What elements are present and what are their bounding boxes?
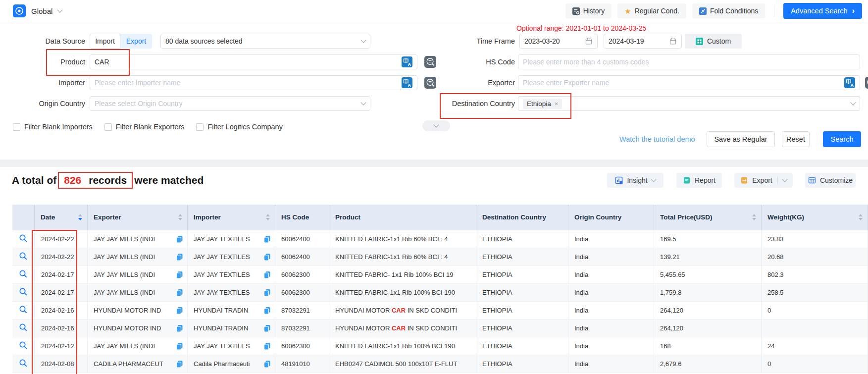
table-row[interactable]: 2024-02-08 CADILA PHARMACEUT Cadila Phar…: [12, 355, 868, 373]
cell-product: KNITTED FABRIC- 1x1 Rib 100% BCI 19: [329, 266, 476, 284]
importer-input[interactable]: [95, 79, 402, 87]
magnifier-icon[interactable]: [19, 234, 28, 243]
total-prefix: A total of: [12, 174, 56, 186]
report-icon: [683, 176, 691, 184]
table-row[interactable]: 2024-02-17 JAY JAY MILLS (INDI JAY JAY T…: [12, 284, 868, 302]
copy-icon[interactable]: [176, 307, 183, 315]
date-end-input[interactable]: 2024-03-19: [604, 34, 682, 49]
header-importer[interactable]: Importer: [188, 205, 275, 230]
save-as-regular-button[interactable]: Save as Regular: [707, 131, 775, 147]
copy-icon[interactable]: [263, 271, 271, 279]
data-sources-select[interactable]: 80 data sources selected: [160, 34, 370, 49]
collapse-conditions-button[interactable]: [422, 120, 450, 131]
cell-exporter: JAY JAY MILLS (INDI: [88, 248, 188, 266]
copy-icon[interactable]: [263, 289, 271, 297]
regular-cond-label: Regular Cond.: [635, 7, 679, 15]
fold-conditions-button[interactable]: Fold Conditions: [692, 3, 765, 18]
checkbox[interactable]: [196, 123, 204, 131]
copy-icon[interactable]: [176, 235, 183, 243]
report-button[interactable]: Report: [676, 173, 722, 188]
results-panel: A total of826recordswere matched Insight…: [0, 167, 868, 374]
table-row[interactable]: 2024-02-22 JAY JAY MILLS (INDI JAY JAY T…: [12, 230, 868, 248]
destination-country-select[interactable]: Ethiopia ×: [518, 96, 860, 111]
header-total-price[interactable]: Total Price(USD): [654, 205, 762, 230]
history-icon: [572, 7, 580, 15]
copy-icon[interactable]: [176, 360, 183, 368]
search-button[interactable]: Search: [823, 131, 861, 147]
copy-icon[interactable]: [263, 324, 271, 332]
header-weight[interactable]: Weight(KG): [762, 205, 868, 230]
copy-icon[interactable]: [263, 253, 271, 261]
translate-icon[interactable]: A: [844, 77, 855, 88]
magnifier-icon[interactable]: [19, 305, 28, 314]
copy-icon[interactable]: [263, 360, 271, 368]
magnifier-icon[interactable]: [19, 269, 28, 278]
table-row[interactable]: 2024-02-16 HYUNDAI MOTOR IND HYUNDAI TRA…: [12, 320, 868, 337]
history-button[interactable]: History: [565, 3, 612, 18]
top-bar: Global History ★ Regular Cond.: [0, 0, 868, 22]
insight-button[interactable]: Insight: [607, 173, 664, 188]
sort-icon[interactable]: [178, 214, 182, 220]
copy-icon[interactable]: [263, 307, 271, 315]
sort-icon[interactable]: [266, 214, 270, 220]
copy-icon[interactable]: [176, 324, 183, 332]
header-date[interactable]: Date: [35, 205, 88, 230]
cell-hscode: 60062400: [275, 248, 329, 266]
customize-button[interactable]: Customize: [805, 173, 856, 188]
globe-logo-icon: [13, 4, 26, 17]
date-start-input[interactable]: 2023-03-20: [519, 34, 598, 49]
checkbox[interactable]: [104, 123, 112, 131]
cell-date: 2024-02-17: [35, 284, 88, 302]
tab-export[interactable]: Export: [120, 34, 152, 49]
region-selector[interactable]: Global: [13, 4, 62, 17]
magnifier-icon[interactable]: [19, 323, 28, 332]
arrow-right-icon: ›: [852, 7, 855, 15]
magnifier-icon[interactable]: [19, 359, 28, 368]
cell-exporter: JAY JAY MILLS (INDI: [88, 284, 188, 302]
tutorial-link[interactable]: Watch the tutorial demo: [619, 131, 695, 147]
copy-icon[interactable]: [263, 235, 271, 243]
magnifier-icon[interactable]: [19, 252, 28, 261]
star-icon: ★: [624, 7, 631, 15]
history-label: History: [583, 7, 605, 15]
sort-icon[interactable]: [78, 214, 82, 220]
cell-destination: ETHIOPIA: [476, 302, 568, 320]
copy-icon[interactable]: [176, 271, 183, 279]
custom-timeframe-button[interactable]: Custom: [685, 34, 742, 49]
table-row[interactable]: 2024-02-12 JAY JAY MILLS (INDI JAY JAY T…: [12, 337, 868, 355]
magnifier-icon[interactable]: [19, 287, 28, 296]
header-exporter[interactable]: Exporter: [88, 205, 188, 230]
table-row[interactable]: 2024-02-22 JAY JAY MILLS (INDI JAY JAY T…: [12, 248, 868, 266]
cell-weight: 0: [762, 355, 868, 373]
sort-icon[interactable]: [859, 214, 863, 220]
cell-product: KNITTED FABRIC-1x1 Rib 100% BCI 190: [329, 337, 476, 355]
cell-destination: ETHIOPIA: [476, 355, 568, 373]
origin-country-select[interactable]: Please select Origin Country: [90, 96, 370, 111]
magnifier-icon[interactable]: [19, 341, 28, 350]
remove-tag-icon[interactable]: ×: [555, 101, 559, 107]
exporter-input[interactable]: [523, 79, 844, 87]
cell-date: 2024-02-12: [35, 337, 88, 355]
hs-code-input[interactable]: [523, 58, 855, 66]
copy-icon[interactable]: [176, 342, 183, 350]
table-row[interactable]: 2024-02-17 JAY JAY MILLS (INDI JAY JAY T…: [12, 266, 868, 284]
sort-icon[interactable]: [752, 214, 756, 220]
advanced-search-button[interactable]: Advanced Search ›: [783, 3, 862, 19]
filter-label: Filter Blank Exporters: [116, 123, 185, 131]
copy-icon[interactable]: [176, 289, 183, 297]
checkbox[interactable]: [13, 123, 20, 131]
regular-cond-button[interactable]: ★ Regular Cond.: [617, 3, 686, 18]
chevron-down-icon[interactable]: [782, 176, 787, 182]
time-frame-label: Time Frame: [396, 34, 515, 49]
fuzzy-match-icon[interactable]: [865, 77, 868, 89]
copy-icon[interactable]: [176, 253, 183, 261]
export-button[interactable]: Export: [734, 173, 793, 188]
tab-import[interactable]: Import: [90, 34, 120, 49]
product-input[interactable]: [95, 58, 402, 66]
cell-product: KNITTED FABRIC-1x1 Rib 100% BCI 190: [329, 284, 476, 302]
copy-icon[interactable]: [263, 342, 271, 350]
table-row[interactable]: 2024-02-16 HYUNDAI MOTOR IND HYUNDAI TRA…: [12, 302, 868, 320]
cell-importer: JAY JAY TEXTILES: [188, 230, 275, 248]
filter-blank-importers: Filter Blank Importers: [13, 123, 93, 131]
reset-button[interactable]: Reset: [782, 131, 810, 147]
